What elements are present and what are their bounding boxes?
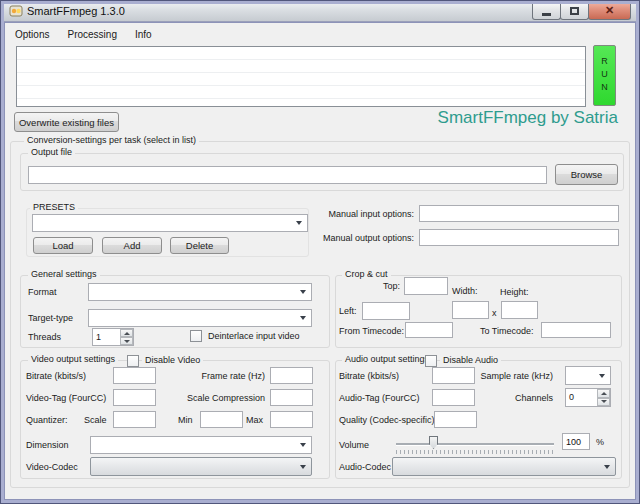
format-select[interactable]: [88, 283, 312, 301]
close-button[interactable]: ✕: [588, 2, 631, 20]
audio-codec-select[interactable]: [392, 457, 616, 476]
threads-stepper[interactable]: 1: [92, 328, 134, 346]
disable-video-label: Disable Video: [142, 355, 203, 365]
presets-select[interactable]: [32, 214, 308, 232]
quality-input[interactable]: [434, 411, 477, 428]
quality-label: Quality (Codec-specific): [339, 415, 435, 425]
crop-top-input[interactable]: [404, 277, 448, 295]
close-icon: ✕: [605, 5, 614, 16]
threads-down-button[interactable]: [120, 337, 133, 345]
audio-codec-label: Audio-Codec: [339, 462, 391, 472]
menu-item-options[interactable]: Options: [6, 26, 58, 43]
maximize-icon: [570, 7, 579, 15]
channels-stepper[interactable]: 0: [565, 388, 611, 407]
video-tag-input[interactable]: [113, 389, 156, 406]
credit-text: SmartFFmpeg by Satria: [438, 108, 618, 128]
manual-output-options-label: Manual output options:: [323, 233, 414, 243]
minimize-button[interactable]: [532, 2, 561, 20]
menu-item-processing[interactable]: Processing: [58, 26, 125, 43]
crop-x-separator: x: [492, 308, 497, 318]
volume-slider-track[interactable]: [396, 443, 554, 445]
volume-input[interactable]: [562, 433, 590, 450]
channels-up-button[interactable]: [597, 389, 610, 398]
to-timecode-label: To Timecode:: [480, 326, 534, 336]
output-file-group-label: Output file: [28, 147, 75, 157]
general-settings-group-label: General settings: [28, 269, 100, 279]
video-codec-select[interactable]: [90, 457, 312, 476]
video-codec-label: Video-Codec: [26, 462, 78, 472]
target-type-label: Target-type: [28, 313, 73, 323]
title-bar[interactable]: SmartFFmpeg 1.3.0 ✕: [1, 1, 639, 22]
chevron-down-icon: [300, 465, 306, 469]
arrow-down-icon: [124, 340, 130, 343]
frame-rate-input[interactable]: [270, 367, 313, 384]
crop-height-label: Height:: [500, 287, 529, 297]
maximize-button[interactable]: [560, 2, 589, 20]
app-window: SmartFFmpeg 1.3.0 ✕ Options Processing I…: [0, 0, 640, 504]
crop-height-input[interactable]: [501, 301, 538, 319]
audio-tag-input[interactable]: [432, 389, 475, 406]
menu-bar: Options Processing Info: [6, 26, 161, 43]
channels-down-button[interactable]: [597, 398, 610, 407]
quantizer-max-input[interactable]: [270, 411, 313, 428]
crop-width-input[interactable]: [452, 301, 489, 319]
quantizer-max-label: Max: [246, 415, 263, 425]
video-output-group-label: Video output settings: [28, 354, 118, 364]
video-bitrate-input[interactable]: [113, 367, 156, 384]
disable-audio-checkbox[interactable]: [425, 355, 437, 367]
audio-bitrate-label: Bitrate (kbits/s): [339, 371, 399, 381]
arrow-down-icon: [601, 400, 607, 403]
delete-button[interactable]: Delete: [170, 237, 229, 254]
chevron-down-icon: [300, 290, 306, 294]
threads-value: 1: [96, 332, 101, 342]
scale-compression-input[interactable]: [270, 389, 313, 406]
add-button[interactable]: Add: [102, 237, 162, 254]
channels-value: 0: [569, 392, 574, 402]
crop-width-label: Width:: [452, 286, 478, 296]
chevron-down-icon: [300, 443, 306, 447]
threads-up-button[interactable]: [120, 329, 133, 337]
crop-left-input[interactable]: [362, 302, 410, 320]
to-timecode-input[interactable]: [541, 322, 611, 338]
deinterlace-checkbox[interactable]: [190, 330, 202, 342]
chevron-down-icon: [599, 374, 605, 378]
video-tag-label: Video-Tag (FourCC): [26, 393, 106, 403]
quantizer-scale-input[interactable]: [113, 411, 156, 428]
audio-tag-label: Audio-Tag (FourCC): [339, 393, 420, 403]
quantizer-min-input[interactable]: [200, 411, 243, 428]
quantizer-min-label: Min: [178, 415, 193, 425]
load-button[interactable]: Load: [33, 237, 93, 254]
window-title: SmartFFmpeg 1.3.0: [27, 5, 125, 17]
manual-output-options-input[interactable]: [419, 229, 619, 246]
chevron-down-icon: [296, 221, 302, 225]
sample-rate-select[interactable]: [565, 366, 611, 385]
app-icon: [9, 4, 23, 18]
task-list[interactable]: [16, 46, 586, 107]
overwrite-existing-files-button[interactable]: Overwrite existing files: [14, 112, 119, 132]
audio-bitrate-input[interactable]: [432, 367, 475, 384]
scale-compression-label: Scale Compression: [187, 393, 265, 403]
audio-output-group-label: Audio output settings: [342, 354, 432, 364]
threads-label: Threads: [28, 332, 61, 342]
browse-button[interactable]: Browse: [555, 164, 618, 185]
quantizer-label: Quantizer:: [26, 415, 68, 425]
presets-group-label: PRESETS: [30, 202, 78, 212]
menu-item-info[interactable]: Info: [126, 26, 161, 43]
quantizer-scale-label: Scale: [84, 415, 107, 425]
deinterlace-label: Deinterlace input video: [208, 331, 300, 341]
run-button[interactable]: RUN: [593, 45, 616, 106]
dimension-select[interactable]: [90, 436, 312, 454]
from-timecode-input[interactable]: [405, 322, 453, 338]
conversion-settings-group-label: Conversion-settings per task (select in …: [24, 135, 199, 145]
from-timecode-label: From Timecode:: [339, 326, 404, 336]
sample-rate-label: Sample rate (kHz): [480, 371, 553, 381]
output-file-input[interactable]: [28, 166, 547, 184]
disable-audio-label: Disable Audio: [440, 355, 501, 365]
chevron-down-icon: [300, 316, 306, 320]
disable-video-checkbox[interactable]: [127, 355, 139, 367]
target-type-select[interactable]: [88, 309, 312, 327]
chevron-down-icon: [604, 465, 610, 469]
manual-input-options-input[interactable]: [419, 205, 619, 222]
minimize-icon: [542, 13, 551, 16]
arrow-up-icon: [601, 392, 607, 395]
